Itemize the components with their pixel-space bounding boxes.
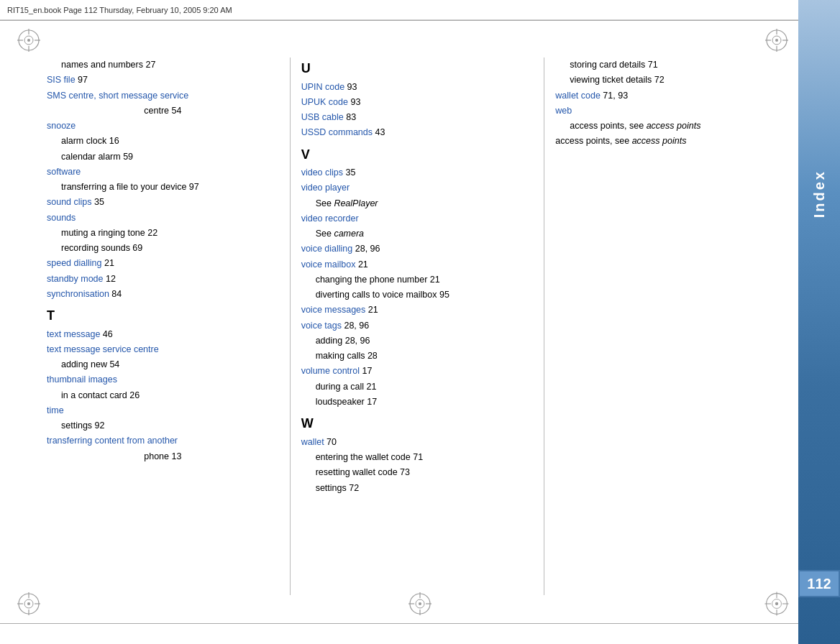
list-item: settings 72 bbox=[301, 481, 534, 496]
column-2: U UPIN code 93 UPUK code 93 USB cable 83… bbox=[291, 58, 545, 595]
content-columns: names and numbers 27 SIS file 97 SMS cen… bbox=[43, 58, 791, 595]
svg-point-6 bbox=[27, 39, 30, 42]
svg-point-20 bbox=[27, 602, 30, 605]
list-item: changing the phone number 21 bbox=[301, 272, 534, 288]
list-item: speed dialling 21 bbox=[47, 256, 279, 271]
page-number-box: 112 bbox=[798, 570, 840, 597]
list-item: time bbox=[47, 403, 279, 418]
list-item: video recorder bbox=[301, 211, 534, 226]
list-item: entering the wallet code 71 bbox=[301, 450, 534, 465]
list-item: text message 46 bbox=[47, 327, 279, 342]
svg-point-13 bbox=[775, 39, 778, 42]
list-item: wallet 70 bbox=[301, 435, 534, 450]
section-u-heading: U bbox=[301, 58, 534, 80]
list-item: diverting calls to voice mailbox 95 bbox=[301, 288, 534, 303]
list-item: volume control 17 bbox=[301, 364, 534, 379]
header-bar: RIT15_en.book Page 112 Thursday, Februar… bbox=[0, 0, 840, 20]
list-item: recording sounds 69 bbox=[47, 241, 279, 256]
list-item: voice messages 21 bbox=[301, 303, 534, 318]
list-item: snooze bbox=[47, 119, 279, 134]
list-item: phone 13 bbox=[47, 449, 279, 464]
list-item: calendar alarm 59 bbox=[47, 150, 279, 165]
svg-point-27 bbox=[419, 602, 421, 605]
list-item: voice tags 28, 96 bbox=[301, 318, 534, 334]
list-item: SMS centre, short message service bbox=[47, 88, 279, 104]
section-v-heading: V bbox=[301, 144, 534, 166]
list-item: during a call 21 bbox=[301, 380, 534, 395]
list-item: centre 54 bbox=[47, 104, 279, 119]
list-item: viewing ticket details 72 bbox=[555, 73, 788, 88]
list-item: See RealPlayer bbox=[301, 196, 534, 211]
corner-mark-bl bbox=[16, 591, 42, 617]
list-item: names and numbers 27 bbox=[47, 58, 279, 73]
list-item: UPUK code 93 bbox=[301, 95, 534, 110]
list-item: text message service centre bbox=[47, 342, 279, 357]
corner-mark-tl bbox=[16, 27, 42, 53]
list-item: UPIN code 93 bbox=[301, 80, 534, 95]
section-t-heading: T bbox=[47, 305, 279, 327]
list-item: making calls 28 bbox=[301, 349, 534, 364]
corner-mark-tr bbox=[764, 27, 790, 53]
list-item: voice dialling 28, 96 bbox=[301, 242, 534, 257]
list-item: adding 28, 96 bbox=[301, 334, 534, 349]
column-3: storing card details 71 viewing ticket d… bbox=[544, 58, 791, 595]
sidebar-label-container: Index bbox=[798, 86, 840, 302]
list-item: software bbox=[47, 165, 279, 180]
list-item: voice mailbox 21 bbox=[301, 257, 534, 272]
list-item: SIS file 97 bbox=[47, 73, 279, 88]
list-item: video clips 35 bbox=[301, 165, 534, 180]
list-item: wallet code 71, 93 bbox=[555, 88, 788, 104]
list-item: in a contact card 26 bbox=[47, 388, 279, 403]
header-text: RIT15_en.book Page 112 Thursday, Februar… bbox=[7, 6, 232, 14]
list-item: access points, see access points bbox=[555, 134, 788, 149]
list-item: transferring a file to your device 97 bbox=[47, 180, 279, 195]
list-item: See camera bbox=[301, 226, 534, 242]
list-item: sound clips 35 bbox=[47, 195, 279, 210]
list-item: loudspeaker 17 bbox=[301, 395, 534, 410]
list-item: synchronisation 84 bbox=[47, 287, 279, 302]
list-item: access points, see access points bbox=[555, 119, 788, 134]
page-number: 112 bbox=[807, 576, 831, 592]
section-w-heading: W bbox=[301, 413, 534, 435]
list-item: thumbnail images bbox=[47, 372, 279, 387]
list-item: adding new 54 bbox=[47, 357, 279, 372]
list-item: muting a ringing tone 22 bbox=[47, 226, 279, 241]
list-item: standby mode 12 bbox=[47, 272, 279, 287]
list-item: alarm clock 16 bbox=[47, 134, 279, 149]
sidebar-index-label: Index bbox=[811, 170, 828, 218]
list-item: storing card details 71 bbox=[555, 58, 788, 73]
list-item: USSD commands 43 bbox=[301, 125, 534, 140]
column-1: names and numbers 27 SIS file 97 SMS cen… bbox=[43, 58, 291, 595]
bottom-rule bbox=[0, 623, 798, 624]
list-item: web bbox=[555, 104, 788, 119]
list-item: USB cable 83 bbox=[301, 110, 534, 125]
svg-point-30 bbox=[775, 602, 778, 605]
list-item: transferring content from another bbox=[47, 433, 279, 448]
list-item: resetting wallet code 73 bbox=[301, 465, 534, 480]
list-item: sounds bbox=[47, 211, 279, 226]
list-item: settings 92 bbox=[47, 418, 279, 433]
top-rule bbox=[0, 20, 798, 21]
list-item: video player bbox=[301, 180, 534, 196]
